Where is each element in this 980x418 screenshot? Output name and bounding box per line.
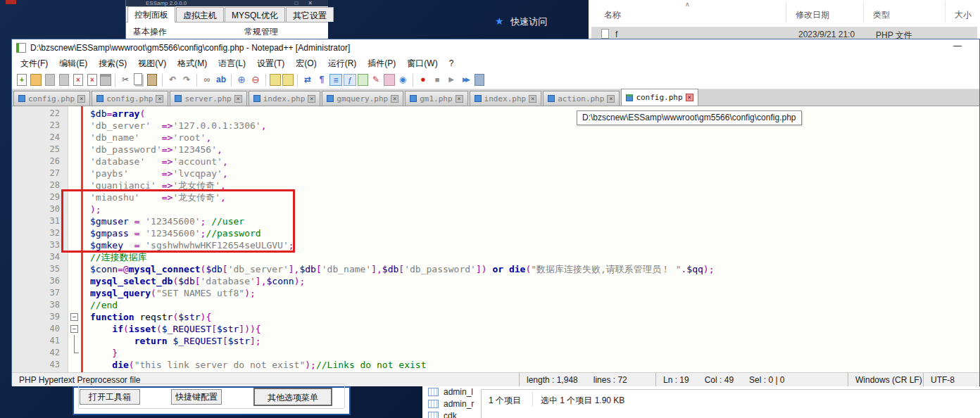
menu-edit[interactable]: 编辑(E) xyxy=(54,56,93,72)
new-file-icon[interactable]: + xyxy=(17,74,27,86)
close-all-icon[interactable]: × xyxy=(87,74,97,86)
document-map-icon[interactable] xyxy=(358,74,368,86)
fold-collapse-icon[interactable]: − xyxy=(70,325,78,333)
fold-margin[interactable]: − xyxy=(68,323,81,335)
menu-language[interactable]: 语言(L) xyxy=(213,56,251,72)
document-tab-1[interactable]: config.php× xyxy=(13,91,90,106)
column-header-size[interactable]: 大小 xyxy=(955,9,972,21)
paste-icon[interactable] xyxy=(147,74,157,86)
hotkey-config-button[interactable]: 快捷键配置 xyxy=(171,389,222,405)
code-text[interactable]: } xyxy=(81,347,118,359)
column-header-date-modified[interactable]: 修改日期 xyxy=(796,9,829,21)
cut-icon[interactable]: ✂ xyxy=(119,74,132,86)
db-table-item-admin_r[interactable]: admin_r xyxy=(428,398,474,410)
save-icon[interactable] xyxy=(45,74,55,86)
code-text[interactable]: $conn=@mysql_connect($db['db_server'],$d… xyxy=(81,263,714,275)
document-tab-3[interactable]: server.php× xyxy=(170,91,246,106)
tab-close-icon[interactable]: × xyxy=(234,95,242,103)
document-tab-5[interactable]: gmquery.php× xyxy=(322,91,403,106)
db-table-item-cdk[interactable]: cdk xyxy=(428,410,457,418)
document-tab-8[interactable]: action.php× xyxy=(543,91,620,106)
folder-as-workspace-icon[interactable] xyxy=(384,74,395,86)
replace-icon[interactable]: ab xyxy=(215,74,227,86)
menu-search[interactable]: 搜索(S) xyxy=(93,56,132,72)
tab-close-icon[interactable]: × xyxy=(308,95,315,103)
save-recorded-macro-icon[interactable] xyxy=(475,74,484,86)
document-tab-7[interactable]: index.php× xyxy=(470,91,542,106)
sort-chevron-icon[interactable]: ∧ xyxy=(685,1,690,8)
code-text[interactable]: 'db_server' =>'127.0.0.1:3306', xyxy=(81,120,266,132)
zoom-out-icon[interactable]: ⊖ xyxy=(249,74,262,86)
view-current-file-icon[interactable]: ◉ xyxy=(396,74,409,86)
other-options-menu-button[interactable]: 其他选项菜单 xyxy=(253,388,332,406)
menu-help[interactable]: ? xyxy=(444,56,460,70)
db-table-item-admin_l[interactable]: admin_l xyxy=(428,386,473,398)
save-all-icon[interactable] xyxy=(59,74,69,86)
code-text[interactable]: mysql_select_db($db['database'],$conn); xyxy=(81,275,305,287)
open-file-icon[interactable] xyxy=(30,74,42,86)
monitor-edit-icon[interactable]: ✎ xyxy=(370,74,382,86)
close-icon[interactable]: × xyxy=(73,74,83,86)
minimize-button[interactable]: — xyxy=(948,41,967,51)
essamp-tab-mysql-optimize[interactable]: MYSQL优化 xyxy=(225,7,285,22)
code-text[interactable]: 'database' =>'account', xyxy=(81,156,228,167)
sync-vertical-scroll-icon[interactable] xyxy=(270,74,281,86)
zoom-in-icon[interactable]: ⊕ xyxy=(235,74,248,86)
menu-format[interactable]: 格式(M) xyxy=(172,56,213,72)
tab-close-icon[interactable]: × xyxy=(607,95,615,103)
show-all-characters-icon[interactable]: ¶ xyxy=(315,74,328,86)
document-tab-6[interactable]: gm1.php× xyxy=(405,91,467,106)
tab-close-icon[interactable]: × xyxy=(529,95,536,103)
fold-collapse-icon[interactable]: − xyxy=(70,313,78,321)
document-tab-4[interactable]: index.php× xyxy=(249,91,321,106)
code-text[interactable]: 'db_name' =>'root', xyxy=(81,132,211,144)
code-text[interactable]: 'paybs' =>'lvcqpay', xyxy=(81,167,228,179)
menu-view[interactable]: 视图(V) xyxy=(132,56,172,72)
redo-icon[interactable]: ↷ xyxy=(180,74,193,86)
function-list-icon[interactable]: ƒ xyxy=(344,74,356,86)
menu-plugins[interactable]: 插件(P) xyxy=(362,56,401,72)
code-text[interactable]: $db=array( xyxy=(81,108,145,120)
fold-margin[interactable]: − xyxy=(68,311,81,323)
code-text[interactable]: die("this link server do not exist");//L… xyxy=(81,359,426,371)
tab-close-icon[interactable]: × xyxy=(77,95,85,103)
run-macro-multiple-icon[interactable]: ▶▶ xyxy=(459,74,472,86)
copy-icon[interactable] xyxy=(134,73,142,85)
menu-run[interactable]: 运行(R) xyxy=(322,56,363,72)
menu-settings[interactable]: 设置(T) xyxy=(251,56,290,72)
code-text[interactable]: if(isset($_REQUEST[$str])){ xyxy=(81,323,261,335)
code-text[interactable]: function reqstr($str){ xyxy=(81,311,211,323)
essamp-tab-virtual-host[interactable]: 虚拟主机 xyxy=(176,7,224,22)
tab-close-icon[interactable]: × xyxy=(456,95,463,103)
essamp-tab-control-panel[interactable]: 控制面板 xyxy=(127,6,175,23)
open-toolbox-button[interactable]: 打开工具箱 xyxy=(80,389,140,405)
playback-macro-icon[interactable]: ▶ xyxy=(445,74,458,86)
code-text[interactable]: mysql_query("SET NAMES utf8"); xyxy=(81,287,256,299)
print-icon[interactable] xyxy=(100,74,111,86)
fold-margin xyxy=(68,156,81,167)
word-wrap-icon[interactable]: ⇄ xyxy=(301,74,314,86)
quick-access-item[interactable]: ★ 快速访问 xyxy=(495,15,547,28)
find-icon[interactable]: ∞ xyxy=(201,74,213,86)
code-text[interactable]: //end xyxy=(81,299,118,311)
document-tab-2[interactable]: config.php× xyxy=(92,91,168,106)
code-text[interactable]: return $_REQUEST[$str]; xyxy=(81,335,261,347)
start-recording-icon[interactable]: ● xyxy=(417,74,429,86)
essamp-window-controls[interactable]: □✕ xyxy=(294,0,322,6)
sync-horizontal-scroll-icon[interactable] xyxy=(282,74,294,86)
code-text[interactable]: 'db_password'=>'123456', xyxy=(81,144,222,156)
tab-close-icon[interactable]: × xyxy=(686,94,693,101)
menu-macro[interactable]: 宏(O) xyxy=(290,56,322,72)
document-tab-9-active[interactable]: config.php× xyxy=(621,89,698,106)
column-header-type[interactable]: 类型 xyxy=(873,9,890,21)
menu-file[interactable]: 文件(F) xyxy=(15,56,54,72)
tab-close-icon[interactable]: × xyxy=(156,95,163,103)
column-header-name[interactable]: 名称 xyxy=(604,9,621,21)
stop-recording-icon[interactable]: ■ xyxy=(431,74,444,86)
code-text[interactable]: //连接数据库 xyxy=(81,251,147,263)
tab-close-icon[interactable]: × xyxy=(391,95,398,103)
undo-icon[interactable]: ↶ xyxy=(166,74,179,86)
menu-window[interactable]: 窗口(W) xyxy=(401,56,443,72)
indent-guide-icon[interactable]: ≡ xyxy=(329,74,342,86)
essamp-tab-other-settings[interactable]: 其它设置 xyxy=(286,7,334,22)
